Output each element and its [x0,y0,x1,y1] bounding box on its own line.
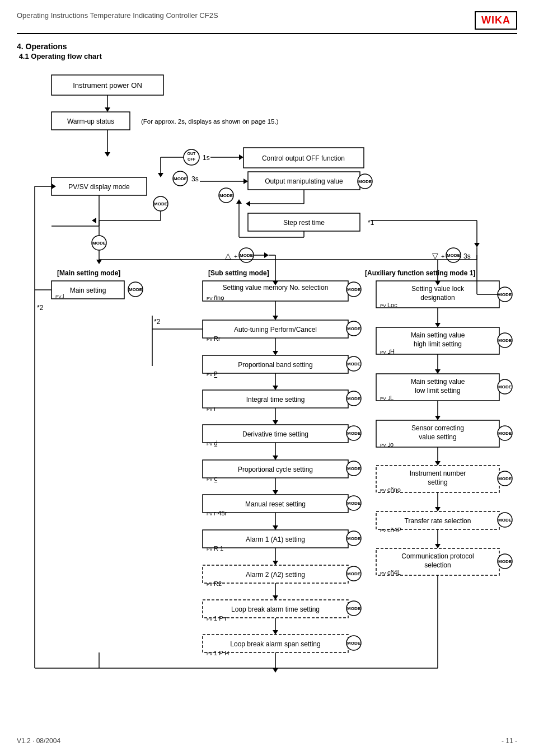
svg-point-9 [184,149,199,165]
svg-text:˩: ˩ [61,292,64,300]
svg-text:setting: setting [428,478,447,486]
svg-text:low limit setting: low limit setting [415,387,460,395]
svg-text:d̲: d̲ [214,440,218,447]
svg-rect-149 [203,565,348,583]
svg-marker-97 [273,351,278,355]
svg-point-194 [498,379,512,394]
svg-text:high limit setting: high limit setting [414,340,462,348]
svg-point-113 [346,391,361,406]
svg-text:cñ4L: cñ4L [387,569,401,576]
svg-marker-156 [273,595,278,600]
svg-text:Loc: Loc [387,302,397,308]
svg-text:+: + [234,253,237,260]
svg-point-220 [498,513,512,527]
svg-rect-90 [203,320,348,338]
svg-point-137 [346,496,361,510]
svg-text:R2: R2 [214,580,222,587]
svg-marker-235 [273,668,278,673]
svg-text:PV: PV [380,396,386,401]
svg-marker-116 [273,420,278,425]
svg-text:PV: PV [207,407,213,412]
svg-text:Loop break alarm span setting: Loop break alarm span setting [230,640,320,648]
svg-rect-141 [203,530,348,548]
svg-marker-33 [246,201,250,206]
svg-text:Alarm 1 (A1) setting: Alarm 1 (A1) setting [246,536,305,543]
svg-marker-124 [273,456,278,460]
svg-text:MODE: MODE [347,396,361,401]
header-title: Operating Instructions Temperature Indic… [17,11,218,20]
svg-text:r-45r: r-45r [214,510,227,516]
flowchart: Instrument power ON Warm-up status (For … [18,69,516,685]
svg-rect-23 [51,177,147,195]
page-header: Operating Instructions Temperature Indic… [17,11,517,34]
svg-rect-133 [203,495,348,513]
svg-point-94 [346,321,361,336]
svg-rect-165 [203,635,348,652]
svg-marker-206 [435,461,441,466]
svg-text:△: △ [225,251,231,260]
svg-point-75 [128,282,143,297]
svg-rect-125 [203,460,348,478]
svg-text:Output manipulating value: Output manipulating value [265,177,343,185]
svg-text:MODE: MODE [498,338,512,343]
svg-text:MODE: MODE [347,501,361,506]
svg-text:Main setting value: Main setting value [411,378,465,386]
svg-text:MODE: MODE [347,287,361,292]
svg-rect-109 [203,390,348,408]
svg-rect-82 [203,281,348,301]
svg-text:ñnọ: ñnọ [214,294,224,302]
svg-text:R 1: R 1 [214,545,223,552]
svg-point-65 [446,248,461,262]
svg-marker-188 [435,369,441,374]
svg-text:OFF: OFF [188,157,196,161]
svg-text:Proportional band setting: Proportional band setting [238,361,312,369]
svg-text:PV: PV [380,303,386,308]
svg-rect-180 [376,327,499,354]
svg-rect-207 [376,466,499,492]
svg-text:MODE: MODE [447,253,461,258]
svg-point-229 [498,554,512,569]
svg-marker-223 [435,544,441,548]
svg-text:1 P r: 1 P r [214,615,227,622]
svg-text:Instrument power ON: Instrument power ON [73,81,142,90]
svg-marker-49 [236,199,242,204]
svg-point-59 [239,248,254,262]
svg-text:MODE: MODE [347,641,361,646]
svg-text:PV/SV display mode: PV/SV display mode [68,183,130,191]
svg-marker-52 [474,243,480,247]
svg-point-36 [153,196,168,211]
svg-point-176 [498,287,512,302]
svg-text:Loop break alarm time setting: Loop break alarm time setting [231,605,320,613]
sub-title: 4.1 Operating flow chart [17,52,517,60]
svg-text:PV: PV [207,511,213,516]
svg-text:Transfer rate selection: Transfer rate selection [405,517,471,525]
svg-text:*2: *2 [37,304,44,312]
svg-text:MODE: MODE [498,559,512,564]
svg-marker-247 [435,281,441,285]
svg-text:MODE: MODE [347,536,361,541]
svg-text:selection: selection [424,561,451,569]
svg-point-20 [173,171,188,186]
svg-text:Proportional cycle setting: Proportional cycle setting [238,466,313,473]
svg-text:Instrument number: Instrument number [410,469,466,477]
svg-text:Manual reset setting: Manual reset setting [245,500,306,508]
svg-text:Sensor correcting: Sensor correcting [411,424,464,432]
svg-text:PV: PV [207,337,213,342]
svg-marker-8 [105,152,110,157]
svg-text:+: + [441,253,444,260]
svg-text:▽: ▽ [432,251,438,260]
svg-text:PV: PV [207,547,213,552]
svg-marker-3 [105,107,110,112]
svg-point-29 [219,188,233,203]
svg-marker-197 [435,416,441,420]
svg-rect-189 [376,374,499,401]
svg-point-169 [346,636,361,650]
svg-text:MODE: MODE [358,179,372,184]
svg-text:1 P H: 1 P H [214,650,229,656]
svg-text:PV: PV [207,296,213,301]
svg-text:Control output OFF function: Control output OFF function [262,154,345,162]
svg-text:[Auxiliary function setting mo: [Auxiliary function setting mode 1] [365,269,475,277]
svg-text:MODE: MODE [347,326,361,331]
svg-text:PV: PV [55,294,62,299]
svg-marker-164 [273,630,278,635]
